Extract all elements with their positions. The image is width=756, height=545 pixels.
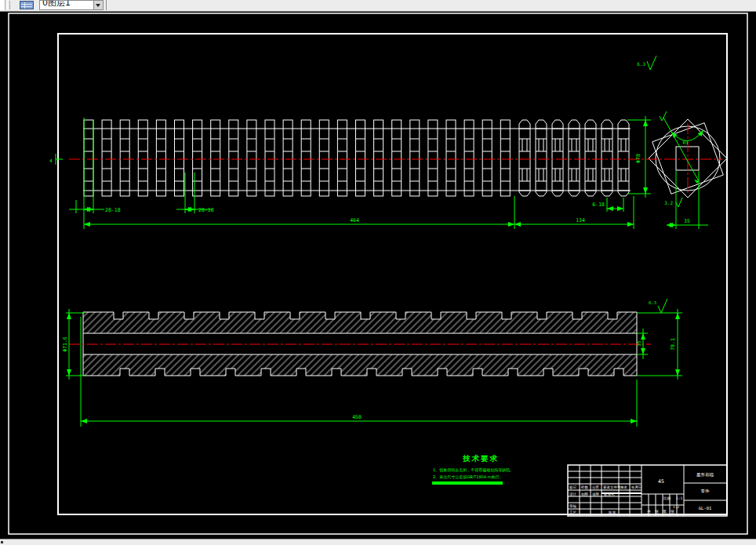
svg-text:标准化: 标准化 [603, 492, 615, 497]
centerlines [69, 123, 722, 344]
svg-text:GL-01: GL-01 [699, 506, 712, 510]
svg-text:28-18: 28-18 [105, 207, 121, 213]
svg-text:35: 35 [636, 340, 642, 347]
toolbar-separator [7, 1, 10, 9]
svg-text:R3: R3 [682, 140, 689, 145]
title-block: 标记处数分区更改文件号签名年月日设计制图描图标准化审核工艺批准45比例1:11:… [568, 465, 727, 516]
svg-text:共: 共 [647, 509, 651, 514]
status-bar [0, 539, 756, 545]
cad-canvas[interactable]: 428-1828-184641346-18Φ786.3R3353.2Φ71.63… [0, 11, 756, 539]
layer-manager-icon[interactable] [20, 1, 34, 9]
svg-text:零件: 零件 [701, 489, 711, 493]
svg-text:描图: 描图 [591, 492, 599, 496]
status-mark [1, 541, 3, 543]
svg-text:更改文件号: 更改文件号 [603, 485, 621, 489]
svg-text:1:1: 1:1 [676, 496, 682, 500]
svg-text:星形齿辊: 星形齿辊 [696, 472, 714, 478]
svg-text:工艺: 工艺 [569, 510, 577, 514]
svg-text:3.2: 3.2 [664, 200, 673, 205]
svg-text:6.3: 6.3 [649, 300, 656, 305]
svg-text:张: 张 [655, 509, 659, 514]
svg-text:134: 134 [576, 217, 585, 223]
svg-text:分区: 分区 [592, 485, 600, 489]
svg-text:1、锐角倒钝去毛刺，不得有磕碰划伤等缺陷。: 1、锐角倒钝去毛刺，不得有磕碰划伤等缺陷。 [433, 467, 514, 473]
toolbar-spacer [0, 0, 5, 10]
svg-text:464: 464 [350, 217, 359, 223]
svg-text:4: 4 [49, 158, 53, 163]
svg-text:450: 450 [352, 414, 362, 420]
svg-text:35: 35 [684, 218, 690, 224]
svg-text:6-18: 6-18 [592, 202, 605, 208]
layer-select[interactable]: 0图层1 [39, 0, 104, 10]
svg-text:标记: 标记 [569, 485, 577, 490]
sheet-frame [9, 13, 747, 534]
tech-requirements: 技术要求1、锐角倒钝去毛刺，不得有磕碰划伤等缺陷。2、未注尺寸公差按GB/T18… [432, 454, 514, 485]
layer-select-value: 0图层1 [42, 0, 71, 9]
svg-text:审核: 审核 [569, 504, 577, 508]
svg-text:设计: 设计 [569, 492, 577, 496]
svg-text:45: 45 [658, 478, 664, 485]
svg-text:批准: 批准 [608, 510, 616, 514]
svg-text:年月日: 年月日 [631, 485, 642, 489]
chevron-down-icon[interactable] [93, 1, 103, 9]
toolbar: 0图层1 [0, 0, 756, 12]
application-window: 0图层1 428-1828-184641346-18Φ786.3R3353.2Φ… [0, 0, 756, 545]
svg-text:Φ71.6: Φ71.6 [62, 336, 68, 352]
svg-text:处数: 处数 [581, 485, 589, 489]
toolbar-separator [106, 0, 107, 10]
svg-text:78.1: 78.1 [670, 338, 676, 351]
svg-text:2、未注尺寸公差按GB/T1804-m执行。: 2、未注尺寸公差按GB/T1804-m执行。 [433, 474, 503, 480]
svg-text:制图: 制图 [581, 492, 588, 496]
top-view [83, 120, 631, 196]
svg-text:签名: 签名 [620, 485, 627, 489]
svg-text:28-18: 28-18 [198, 207, 214, 213]
svg-text:技术要求: 技术要求 [462, 454, 499, 463]
svg-text:6.3: 6.3 [637, 61, 645, 67]
svg-text:Φ78: Φ78 [635, 154, 642, 163]
svg-text:张: 张 [671, 509, 674, 514]
svg-text:第: 第 [663, 509, 667, 514]
